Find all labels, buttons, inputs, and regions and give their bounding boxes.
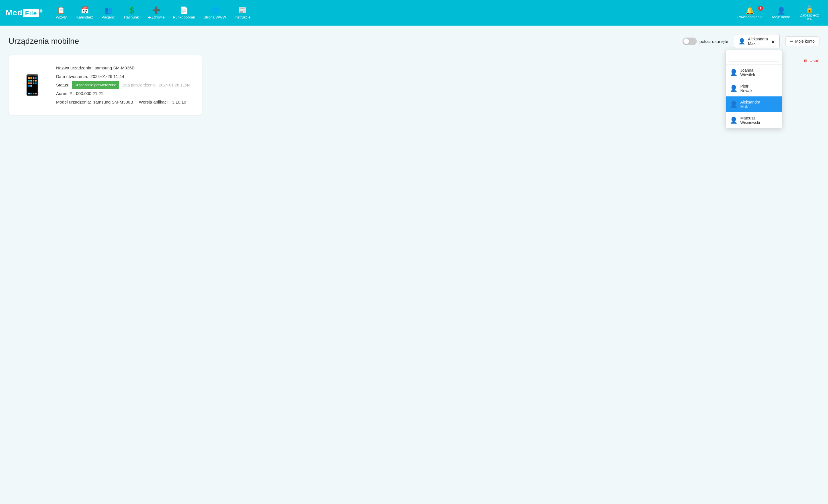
account-icon: 👤: [777, 7, 786, 15]
show-deleted-toggle[interactable]: [682, 38, 697, 45]
logo-file-box: File: [23, 9, 39, 17]
nav-item-rachunki[interactable]: 💲 Rachunki: [121, 4, 143, 21]
lock-icon: 🔓: [805, 5, 814, 13]
delete-label: Usuń: [810, 58, 820, 63]
notification-badge: 1: [758, 6, 763, 11]
device-version-label: Wersja aplikacji:: [139, 98, 170, 106]
dropdown-list: 👤 JoannaWiesiłek 👤 PiotrNowak 👤 Aleksand…: [726, 64, 782, 128]
strona-www-icon: 🌐: [211, 6, 219, 14]
device-info: Nazwa urządzenia: samsung SM-M336B Data …: [56, 64, 191, 106]
device-name-row: Nazwa urządzenia: samsung SM-M336B: [56, 64, 191, 72]
device-ip-label: Adres IP:: [56, 89, 74, 98]
nav-item-ezdrowie[interactable]: ➕ e-Zdrowie: [144, 4, 168, 21]
trash-icon: 🗑: [803, 58, 808, 63]
ezdrowie-icon: ➕: [152, 6, 161, 14]
user-dropdown: 👤 JoannaWiesiłek 👤 PiotrNowak 👤 Aleksand…: [726, 50, 782, 129]
nav-item-kalendarz[interactable]: 📅 Kalendarz: [73, 4, 96, 21]
nav-item-pacjenci[interactable]: 👥 Pacjenci: [98, 4, 119, 21]
dropdown-name-piotr: PiotrNowak: [740, 84, 752, 93]
wizyty-icon: 📋: [57, 6, 66, 14]
bell-icon: 🔔: [746, 7, 754, 15]
device-created-value: 2024-01-26 11:44: [90, 72, 124, 81]
selected-user-name: AleksandraMak: [748, 37, 768, 46]
nav-label-ezdrowie: e-Zdrowie: [148, 15, 165, 19]
device-status-row: Status: Urządzenie potwierdzone Data pot…: [56, 81, 191, 89]
device-model-value: samsung SM-M336B: [93, 98, 133, 106]
chevron-up-icon: ▲: [771, 39, 775, 44]
device-created-row: Data utworzenia: 2024-01-26 11:44: [56, 72, 191, 81]
page-header: Urządzenia mobilne pokaż usunięte 👤 Alek…: [8, 34, 820, 48]
nav-label-pacjenci: Pacjenci: [101, 15, 116, 19]
dropdown-item-piotr[interactable]: 👤 PiotrNowak: [726, 81, 782, 96]
logo[interactable]: MedFile®: [6, 8, 43, 17]
nav-label-wizyty: Wizyty: [56, 15, 67, 19]
kalendarz-icon: 📅: [81, 6, 89, 14]
user-select-icon: 👤: [738, 38, 745, 45]
dropdown-item-mateusz[interactable]: 👤 MateuszWiśniewski: [726, 112, 782, 128]
user-select-button[interactable]: 👤 AleksandraMak ▲: [734, 34, 780, 48]
nav-label-rachunki: Rachunki: [124, 15, 139, 19]
user-icon-joanna: 👤: [730, 69, 738, 76]
back-label: Moje konto: [795, 39, 815, 44]
user-icon-aleksandra: 👤: [730, 101, 738, 108]
device-model-label: Model urządzenia:: [56, 98, 91, 106]
device-model-row: Model urządzenia: samsung SM-M336B · Wer…: [56, 98, 191, 106]
device-created-label: Data utworzenia:: [56, 72, 88, 81]
user-icon-piotr: 👤: [730, 85, 738, 92]
punkt-pobran-icon: 📄: [180, 6, 189, 14]
device-name-label: Nazwa urządzenia:: [56, 64, 92, 72]
dropdown-item-aleksandra[interactable]: 👤 AleksandraMak: [726, 96, 782, 112]
main-nav: 📋 Wizyty 📅 Kalendarz 👥 Pacjenci 💲 Rachun…: [51, 4, 734, 21]
device-version-sep: ·: [135, 98, 137, 106]
device-status-label: Status:: [56, 81, 70, 89]
toggle-label: pokaż usunięte: [700, 39, 728, 44]
nav-label-strona-www: Strona WWW: [204, 15, 226, 19]
nav-label-instrukcje: Instrukcje: [235, 15, 251, 19]
nav-label-kalendarz: Kalendarz: [76, 15, 93, 19]
dropdown-name-joanna: JoannaWiesiłek: [740, 68, 755, 77]
device-ip-row: Adres IP: 000.000.21.21: [56, 89, 191, 98]
back-to-account-button[interactable]: ↩ Moje konto: [785, 36, 820, 46]
notifications-button[interactable]: 🔔 1 Powiadomienia: [734, 5, 766, 21]
rachunki-icon: 💲: [128, 6, 136, 14]
nav-item-strona-www[interactable]: 🌐 Strona WWW: [200, 4, 230, 21]
main-content: Urządzenia mobilne pokaż usunięte 👤 Alek…: [0, 26, 828, 124]
back-arrow-icon: ↩: [790, 39, 793, 44]
security-button[interactable]: 🔓 Zabezpiecz 58:45: [797, 3, 822, 23]
logo-med: MedFile®: [6, 8, 43, 17]
account-label: Moje konto: [772, 15, 790, 19]
device-card: 📱 Nazwa urządzenia: samsung SM-M336B Dat…: [8, 55, 202, 115]
confirmed-value: 2024-01-26 11:44: [159, 81, 191, 89]
device-version-value: 3.10.10: [172, 98, 186, 106]
device-ip-value: 000.000.21.21: [76, 89, 104, 98]
nav-item-wizyty[interactable]: 📋 Wizyty: [51, 4, 71, 21]
status-badge: Urządzenie potwierdzone: [72, 81, 119, 89]
notifications-label: Powiadomienia: [738, 15, 762, 19]
nav-label-punkt-pobran: Punkt pobrań: [173, 15, 195, 19]
dropdown-search-wrap: [726, 50, 782, 64]
delete-button[interactable]: 🗑 Usuń: [803, 55, 820, 63]
main-header: MedFile® 📋 Wizyty 📅 Kalendarz 👥 Pacjenci…: [0, 0, 828, 26]
page-title: Urządzenia mobilne: [8, 37, 79, 46]
toggle-wrap: pokaż usunięte: [682, 38, 728, 45]
dropdown-search-input[interactable]: [729, 53, 779, 61]
dropdown-name-mateusz: MateuszWiśniewski: [740, 116, 760, 125]
user-icon-mateusz: 👤: [730, 117, 738, 124]
my-account-button[interactable]: 👤 Moje konto: [769, 5, 794, 21]
instrukcje-icon: 📰: [238, 6, 247, 14]
nav-item-instrukcje[interactable]: 📰 Instrukcje: [231, 4, 254, 21]
security-label: Zabezpiecz: [800, 13, 819, 17]
pacjenci-icon: 👥: [104, 6, 113, 14]
dropdown-name-aleksandra: AleksandraMak: [740, 100, 760, 109]
mobile-device-icon: 📱: [20, 74, 45, 97]
page-controls: pokaż usunięte 👤 AleksandraMak ▲ ↩ Moje …: [682, 34, 820, 48]
logo-reg: ®: [40, 9, 43, 13]
dropdown-item-joanna[interactable]: 👤 JoannaWiesiłek: [726, 64, 782, 81]
nav-item-punkt-pobran[interactable]: 📄 Punkt pobrań: [170, 4, 199, 21]
confirmed-label: Data potwierdzenia:: [121, 81, 157, 89]
security-timer: 58:45: [805, 17, 814, 21]
device-name-value: samsung SM-M336B: [95, 64, 135, 72]
header-right: 🔔 1 Powiadomienia 👤 Moje konto 🔓 Zabezpi…: [734, 3, 822, 23]
